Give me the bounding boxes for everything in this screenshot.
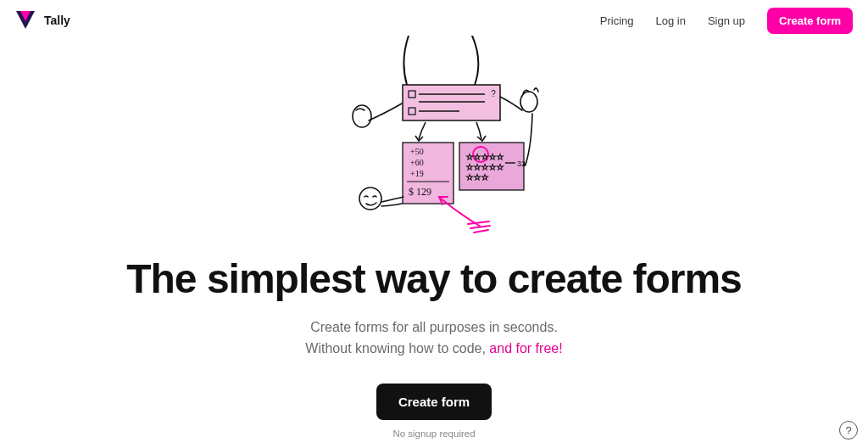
hero-cta-note: No signup required [392, 428, 475, 439]
svg-point-22 [359, 188, 381, 210]
svg-rect-2 [403, 85, 500, 120]
svg-line-17 [468, 221, 489, 224]
brand[interactable]: Tally [15, 10, 70, 31]
nav-signup[interactable]: Sign up [708, 14, 745, 27]
svg-text:?: ? [491, 89, 496, 98]
svg-text:★★★★★: ★★★★★ [466, 153, 504, 161]
top-nav: Pricing Log in Sign up Create form [600, 8, 853, 34]
nav-pricing[interactable]: Pricing [600, 14, 634, 27]
hero-create-form-button[interactable]: Create form [376, 384, 492, 420]
hero: ? +50 +60 +19 $ 129 ★★★★★ ★★★★★ [0, 41, 868, 439]
help-button[interactable]: ? [839, 421, 858, 440]
nav-login[interactable]: Log in [656, 14, 686, 27]
brand-name: Tally [44, 14, 70, 27]
svg-line-19 [474, 230, 488, 232]
calc-total: $ 129 [409, 186, 431, 198]
calc-line-1: +60 [410, 158, 424, 167]
svg-point-21 [520, 92, 537, 112]
question-mark-icon: ? [845, 424, 851, 437]
svg-text:★★★: ★★★ [466, 173, 489, 182]
hero-sub-line2-prefix: Without knowing how to code, [305, 341, 489, 356]
nav-create-form-button[interactable]: Create form [767, 8, 853, 34]
hero-illustration: ? +50 +60 +19 $ 129 ★★★★★ ★★★★★ [315, 36, 553, 252]
header: Tally Pricing Log in Sign up Create form [0, 0, 868, 41]
calc-line-0: +50 [410, 147, 424, 156]
hero-sub-line1: Create forms for all purposes in seconds… [310, 320, 558, 334]
hero-subtext: Create forms for all purposes in seconds… [305, 317, 562, 360]
calc-line-2: +19 [410, 169, 424, 178]
hero-headline: The simplest way to create forms [126, 255, 742, 302]
svg-text:★★★★★: ★★★★★ [466, 163, 504, 171]
tally-logo-icon [15, 10, 36, 31]
hero-sub-accent: and for free! [489, 341, 562, 356]
